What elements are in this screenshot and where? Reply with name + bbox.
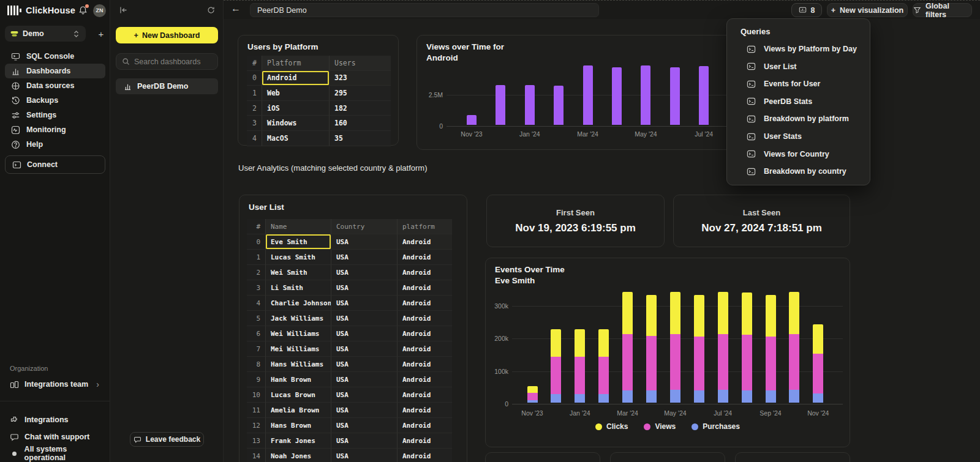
table-cell[interactable]: USA xyxy=(331,387,398,403)
collapse-sidebar-icon[interactable] xyxy=(119,6,128,17)
table-cell[interactable]: USA xyxy=(331,280,398,296)
table-cell[interactable]: Android xyxy=(398,403,452,418)
row-index-cell[interactable]: 9 xyxy=(247,372,266,387)
row-index-cell[interactable]: 12 xyxy=(247,418,266,433)
table-cell[interactable]: Android xyxy=(398,372,452,387)
sidebar-item-monitoring[interactable]: Monitoring xyxy=(5,122,105,137)
table-cell[interactable]: Hank Brown xyxy=(266,372,331,387)
table-cell[interactable]: USA xyxy=(331,311,398,326)
table-cell[interactable]: Android xyxy=(398,311,452,326)
sidebar-item-dashboards[interactable]: Dashboards xyxy=(5,64,105,78)
dashboard-list-item[interactable]: PeerDB Demo xyxy=(116,78,218,94)
row-index-cell[interactable]: 0 xyxy=(247,71,262,86)
table-cell[interactable]: Android xyxy=(262,71,330,86)
table-cell[interactable]: USA xyxy=(331,372,398,387)
table-cell[interactable]: USA xyxy=(331,234,398,250)
sidebar-item-help[interactable]: Help xyxy=(5,137,105,152)
legend-item[interactable]: Views xyxy=(644,422,676,431)
table-cell[interactable]: Li Smith xyxy=(266,280,331,296)
refresh-icon[interactable] xyxy=(207,6,215,17)
global-filters-button[interactable]: Global filters xyxy=(913,3,972,17)
table-cell[interactable]: USA xyxy=(331,403,398,418)
dashboard-title-input[interactable] xyxy=(250,3,599,17)
row-index-cell[interactable]: 8 xyxy=(247,357,266,372)
table-cell[interactable]: Lucas Brown xyxy=(266,387,331,403)
row-index-cell[interactable]: 1 xyxy=(247,86,262,101)
visualization-count-button[interactable]: 8 xyxy=(791,3,822,17)
table-cell[interactable]: Wei Smith xyxy=(266,265,331,280)
sidebar-item-chat-support[interactable]: Chat with support xyxy=(5,430,105,444)
row-index-cell[interactable]: 3 xyxy=(247,116,262,131)
notifications-bell-icon[interactable] xyxy=(78,6,88,15)
connect-button[interactable]: Connect xyxy=(5,155,105,174)
table-cell[interactable]: Lucas Smith xyxy=(266,250,331,265)
row-index-cell[interactable]: 0 xyxy=(247,234,266,250)
table-cell[interactable]: Hans Brown xyxy=(266,418,331,433)
table-cell[interactable]: Jack Williams xyxy=(266,311,331,326)
sidebar-item-settings[interactable]: Settings xyxy=(5,108,105,122)
table-cell[interactable]: Android xyxy=(398,326,452,341)
row-index-cell[interactable]: 2 xyxy=(247,101,262,116)
table-cell[interactable]: USA xyxy=(331,326,398,341)
table-cell[interactable]: Noah Jones xyxy=(266,449,331,462)
table-cell[interactable]: Hans Williams xyxy=(266,357,331,372)
table-cell[interactable]: Android xyxy=(398,280,452,296)
table-cell[interactable]: MacOS xyxy=(262,131,330,146)
legend-item[interactable]: Purchases xyxy=(692,422,740,431)
sidebar-item-data-sources[interactable]: Data sources xyxy=(5,78,105,93)
row-index-cell[interactable]: 2 xyxy=(247,265,266,280)
row-index-cell[interactable]: 10 xyxy=(247,387,266,403)
table-cell[interactable]: Windows xyxy=(262,116,330,131)
new-dashboard-button[interactable]: + New Dashboard xyxy=(116,27,218,43)
row-index-cell[interactable]: 1 xyxy=(247,250,266,265)
table-cell[interactable]: 182 xyxy=(330,101,391,116)
table-cell[interactable]: Frank Jones xyxy=(266,433,331,449)
query-item[interactable]: User Stats xyxy=(734,128,864,145)
dashboard-search[interactable] xyxy=(116,53,218,70)
row-index-cell[interactable]: 7 xyxy=(247,341,266,357)
table-cell[interactable]: Charlie Johnson xyxy=(266,296,331,311)
table-cell[interactable]: Android xyxy=(398,250,452,265)
table-cell[interactable]: USA xyxy=(331,250,398,265)
query-item[interactable]: Breakdown by platform xyxy=(734,110,864,127)
workspace-select[interactable]: Demo xyxy=(5,26,86,42)
add-service-button[interactable]: + xyxy=(95,26,107,42)
table-cell[interactable]: Android xyxy=(398,296,452,311)
table-cell[interactable]: Android xyxy=(398,418,452,433)
table-cell[interactable]: iOS xyxy=(262,101,330,116)
user-avatar[interactable]: ZN xyxy=(93,4,106,17)
row-index-cell[interactable]: 11 xyxy=(247,403,266,418)
leave-feedback-button[interactable]: Leave feedback xyxy=(130,432,204,447)
table-cell[interactable]: USA xyxy=(331,433,398,449)
table-cell[interactable]: Wei Williams xyxy=(266,326,331,341)
query-item[interactable]: Views by Platform by Day xyxy=(734,40,864,58)
sidebar-item-system-status[interactable]: All systems operational xyxy=(5,446,105,461)
table-cell[interactable]: 35 xyxy=(330,131,391,146)
sidebar-item-backups[interactable]: Backups xyxy=(5,93,105,108)
table-cell[interactable]: 295 xyxy=(330,86,391,101)
table-cell[interactable]: USA xyxy=(331,418,398,433)
query-item[interactable]: PeerDB Stats xyxy=(734,93,864,110)
row-index-cell[interactable]: 6 xyxy=(247,326,266,341)
table-cell[interactable]: Mei Williams xyxy=(266,341,331,357)
table-cell[interactable]: Android xyxy=(398,449,452,462)
table-cell[interactable]: USA xyxy=(331,449,398,462)
table-cell[interactable]: Android xyxy=(398,357,452,372)
query-item[interactable]: Views for Country xyxy=(734,146,864,163)
row-index-cell[interactable]: 14 xyxy=(247,449,266,462)
table-cell[interactable]: Android xyxy=(398,265,452,280)
sidebar-item-integrations-team[interactable]: Integrations team › xyxy=(5,376,105,392)
table-cell[interactable]: 323 xyxy=(330,71,391,86)
table-cell[interactable]: USA xyxy=(331,265,398,280)
table-cell[interactable]: Android xyxy=(398,387,452,403)
query-item[interactable]: Breakdown by country xyxy=(734,163,864,180)
row-index-cell[interactable]: 5 xyxy=(247,311,266,326)
row-index-cell[interactable]: 13 xyxy=(247,433,266,449)
table-cell[interactable]: Android xyxy=(398,341,452,357)
new-visualization-button[interactable]: + New visualization xyxy=(827,3,908,17)
table-cell[interactable]: USA xyxy=(331,341,398,357)
search-input[interactable] xyxy=(134,58,212,66)
row-index-cell[interactable]: 4 xyxy=(247,131,262,146)
table-cell[interactable]: Android xyxy=(398,234,452,250)
back-arrow-icon[interactable]: ← xyxy=(231,3,241,14)
